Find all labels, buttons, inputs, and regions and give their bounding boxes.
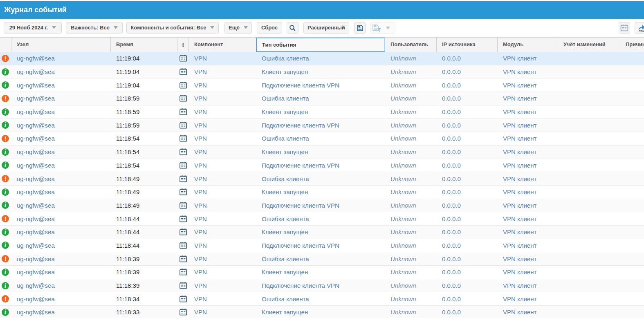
svg-text:CSV: CSV xyxy=(639,29,644,33)
